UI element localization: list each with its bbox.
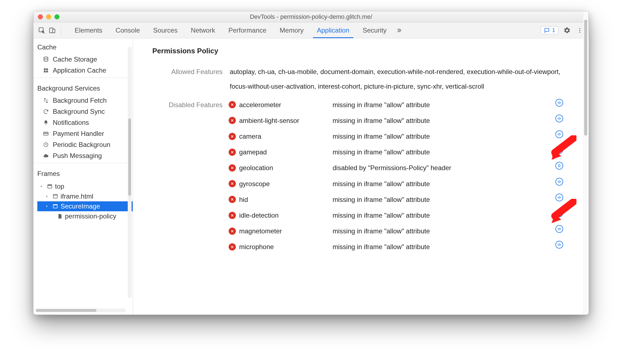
disabled-feature-reason: missing in iframe "allow" attribute <box>333 241 551 253</box>
tab-memory[interactable]: Memory <box>273 22 310 38</box>
sidebar-item-background-sync[interactable]: Background Sync <box>33 106 133 117</box>
caret-right-icon <box>44 193 50 199</box>
overflow-tabs-icon[interactable] <box>395 27 403 34</box>
frame-tree-item-secureimage[interactable]: SecureImage <box>37 201 133 211</box>
sidebar-item-cache-storage[interactable]: Cache Storage <box>33 54 133 65</box>
x-badge-icon <box>229 101 236 108</box>
tree-item-label: permission-policy <box>65 212 116 220</box>
grid-icon <box>42 67 49 74</box>
reveal-elements-button[interactable] <box>555 194 575 201</box>
tab-network[interactable]: Network <box>184 22 222 38</box>
window-vertical-scrollbar[interactable] <box>583 11 588 315</box>
sidebar-horizontal-scrollbar[interactable] <box>36 308 126 312</box>
disabled-feature-name: microphone <box>229 241 328 253</box>
disabled-feature-name: magnetometer <box>229 225 328 237</box>
disabled-feature-reason: missing in iframe "allow" attribute <box>333 209 551 221</box>
disabled-feature-name: geolocation <box>229 162 328 174</box>
reveal-network-button[interactable] <box>555 162 575 170</box>
sidebar-vertical-scrollbar[interactable] <box>128 47 132 298</box>
frame-tree-item-permission-policy[interactable]: permission-policy <box>37 211 133 221</box>
sidebar-item-application-cache[interactable]: Application Cache <box>33 65 133 76</box>
sidebar-item-label: Push Messaging <box>53 152 102 160</box>
frame-tree-item-top[interactable]: top <box>37 181 133 191</box>
tab-security[interactable]: Security <box>356 22 393 38</box>
inspect-icon[interactable] <box>38 27 46 34</box>
reveal-elements-button[interactable] <box>555 115 575 122</box>
frame-tree-item-iframe-html[interactable]: iframe.html <box>37 191 133 201</box>
sidebar-item-label: Background Sync <box>53 108 105 115</box>
disabled-feature-reason: missing in iframe "allow" attribute <box>333 130 551 142</box>
iframe-icon <box>52 193 58 199</box>
x-badge-icon <box>229 149 236 156</box>
updown-icon <box>42 97 49 104</box>
svg-point-3 <box>579 28 580 29</box>
caret-down-icon <box>38 183 45 189</box>
reveal-elements-button[interactable] <box>555 178 575 186</box>
main-panel: Permissions Policy Allowed Features auto… <box>133 38 589 315</box>
tab-application[interactable]: Application <box>310 22 356 38</box>
disabled-feature-reason: missing in iframe "allow" attribute <box>333 194 551 205</box>
bell-icon <box>42 119 49 126</box>
x-badge-icon <box>229 180 236 187</box>
sync-icon <box>42 108 49 115</box>
kebab-menu-icon[interactable] <box>576 27 584 34</box>
network-link-icon <box>555 162 563 170</box>
x-badge-icon <box>229 196 236 203</box>
disabled-feature-reason: missing in iframe "allow" attribute <box>333 225 551 237</box>
disabled-feature-name: ambient-light-sensor <box>229 115 328 126</box>
code-link-icon <box>555 209 563 217</box>
sidebar-item-periodic-backgroun[interactable]: Periodic Backgroun <box>33 139 133 150</box>
sidebar-section-title: Frames <box>33 165 133 180</box>
devtools-tabbar: ElementsConsoleSourcesNetworkPerformance… <box>33 22 589 38</box>
tree-item-label: SecureImage <box>61 202 100 210</box>
issues-count: 1 <box>552 27 555 33</box>
sidebar-item-label: Periodic Backgroun <box>53 141 110 149</box>
frame-icon <box>47 183 53 189</box>
reveal-elements-button[interactable] <box>555 225 575 233</box>
issues-button[interactable]: 1 <box>541 26 558 34</box>
disabled-feature-reason: missing in iframe "allow" attribute <box>333 178 551 190</box>
reveal-elements-button[interactable] <box>555 99 575 107</box>
x-badge-icon <box>229 117 236 124</box>
x-badge-icon <box>229 228 236 235</box>
code-link-icon <box>555 178 563 186</box>
sidebar-item-notifications[interactable]: Notifications <box>33 117 133 128</box>
sidebar-item-push-messaging[interactable]: Push Messaging <box>33 150 133 161</box>
settings-gear-icon[interactable] <box>563 27 571 34</box>
x-badge-icon <box>229 243 236 250</box>
tree-item-label: iframe.html <box>61 192 93 200</box>
svg-point-5 <box>579 31 580 33</box>
reveal-elements-button[interactable] <box>555 241 575 249</box>
sidebar-item-background-fetch[interactable]: Background Fetch <box>33 95 133 106</box>
sidebar-item-label: Payment Handler <box>53 130 104 138</box>
tab-performance[interactable]: Performance <box>222 22 273 38</box>
x-badge-icon <box>229 133 236 140</box>
disabled-feature-reason: missing in iframe "allow" attribute <box>333 99 551 111</box>
allowed-features-label: Allowed Features <box>152 65 224 94</box>
tab-console[interactable]: Console <box>109 22 147 38</box>
disabled-feature-name: accelerometer <box>229 99 328 111</box>
database-icon <box>42 56 49 63</box>
clock-icon <box>42 141 49 148</box>
disabled-feature-name: gyroscope <box>229 178 328 190</box>
titlebar: DevTools - permission-policy-demo.glitch… <box>33 11 589 22</box>
svg-point-4 <box>579 30 580 31</box>
disabled-features-label: Disabled Features <box>152 99 224 111</box>
reveal-elements-button[interactable] <box>555 209 575 217</box>
allowed-features-value: autoplay, ch-ua, ch-ua-mobile, document-… <box>230 65 575 94</box>
tab-elements[interactable]: Elements <box>68 22 109 38</box>
tab-sources[interactable]: Sources <box>147 22 184 38</box>
sidebar-item-payment-handler[interactable]: Payment Handler <box>33 128 133 139</box>
device-toggle-icon[interactable] <box>48 27 56 34</box>
disabled-feature-reason: missing in iframe "allow" attribute <box>333 146 551 158</box>
code-link-icon <box>555 194 563 201</box>
disabled-feature-name: camera <box>229 130 328 142</box>
disabled-feature-name: gamepad <box>229 146 328 158</box>
sidebar-section-title: Background Services <box>33 80 133 95</box>
sidebar-section-title: Cache <box>33 38 133 54</box>
reveal-elements-button[interactable] <box>555 146 575 154</box>
devtools-window: DevTools - permission-policy-demo.glitch… <box>33 11 589 315</box>
code-link-icon <box>555 115 563 122</box>
code-link-icon <box>555 146 563 154</box>
reveal-elements-button[interactable] <box>555 130 575 138</box>
